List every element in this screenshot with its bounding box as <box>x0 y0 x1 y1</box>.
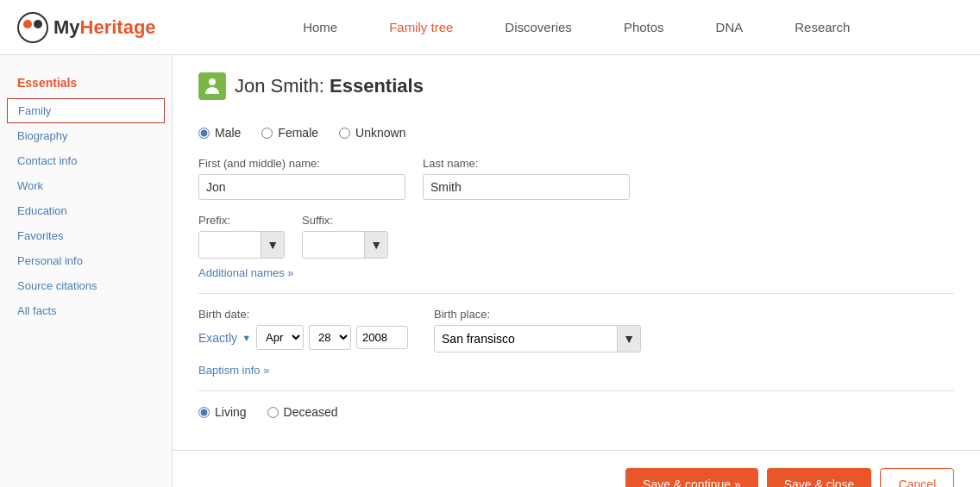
baptism-link[interactable]: Baptism info » <box>198 364 269 377</box>
living-radio[interactable] <box>198 407 210 418</box>
additional-names-row: Additional names » <box>198 265 954 279</box>
birth-place-wrapper[interactable]: ▼ <box>434 325 641 353</box>
content: Jon Smith: Essentials Male Female Unknow… <box>173 55 980 450</box>
sidebar-item-favorites[interactable]: Favorites <box>0 223 172 248</box>
cancel-button[interactable]: Cancel <box>880 468 954 487</box>
prefix-select-wrapper[interactable]: ▼ <box>198 231 285 259</box>
nav-research[interactable]: Research <box>795 16 850 38</box>
birth-place-group: Birth place: ▼ <box>434 308 641 353</box>
first-name-label: First (and middle) name: <box>198 157 405 170</box>
exactly-text[interactable]: Exactly <box>198 331 237 345</box>
nav-dna[interactable]: DNA <box>716 16 744 38</box>
date-fields: Exactly ▼ Apr 28 <box>198 325 408 350</box>
sidebar-item-personal-info[interactable]: Personal info <box>0 248 172 273</box>
sidebar-item-biography[interactable]: Biography <box>0 123 172 148</box>
gender-female-text: Female <box>278 126 318 140</box>
sidebar-item-all-facts[interactable]: All facts <box>0 298 172 323</box>
additional-names-link[interactable]: Additional names » <box>198 266 294 279</box>
birth-place-input[interactable] <box>435 327 617 351</box>
gender-unknown-text: Unknown <box>355 126 405 140</box>
name-row: First (and middle) name: Last name: <box>198 157 954 200</box>
sidebar: Essentials Family Biography Contact info… <box>0 55 173 487</box>
svg-point-3 <box>209 78 216 85</box>
baptism-row: Baptism info » <box>198 363 954 377</box>
sidebar-item-work[interactable]: Work <box>0 173 172 198</box>
birth-place-arrow[interactable]: ▼ <box>617 326 640 352</box>
first-name-input[interactable] <box>198 174 405 200</box>
suffix-input[interactable] <box>303 233 364 257</box>
nav-discoveries[interactable]: Discoveries <box>505 16 572 38</box>
living-text: Living <box>215 405 247 419</box>
suffix-select-wrapper[interactable]: ▼ <box>302 231 388 259</box>
save-close-button[interactable]: Save & close <box>767 468 872 487</box>
sidebar-item-education[interactable]: Education <box>0 198 172 223</box>
logo-icon <box>17 12 48 43</box>
birth-year-input[interactable] <box>356 326 408 349</box>
exactly-arrow[interactable]: ▼ <box>242 333 251 343</box>
button-row: Save & continue » Save & close Cancel <box>173 450 980 487</box>
svg-point-0 <box>18 13 47 42</box>
birth-date-group: Birth date: Exactly ▼ Apr 28 <box>198 308 408 350</box>
birth-month-select[interactable]: Apr <box>256 325 304 350</box>
birth-date-label: Birth date: <box>198 308 408 321</box>
gender-male-radio[interactable] <box>198 128 210 139</box>
content-wrapper: Jon Smith: Essentials Male Female Unknow… <box>173 55 980 487</box>
prefix-arrow[interactable]: ▼ <box>261 232 284 258</box>
birth-row: Birth date: Exactly ▼ Apr 28 <box>198 308 954 353</box>
status-row: Living Deceased <box>198 405 954 419</box>
main-layout: Essentials Family Biography Contact info… <box>0 55 980 487</box>
page-header: Jon Smith: Essentials <box>198 72 954 109</box>
gender-female-radio[interactable] <box>261 128 273 139</box>
last-name-input[interactable] <box>423 174 630 200</box>
svg-point-2 <box>34 20 42 28</box>
gender-male-text: Male <box>215 126 241 140</box>
header: MyHeritage Home Family tree Discoveries … <box>0 0 980 55</box>
nav-home[interactable]: Home <box>303 16 337 38</box>
last-name-group: Last name: <box>423 157 630 200</box>
birth-place-label: Birth place: <box>434 308 641 321</box>
suffix-label: Suffix: <box>302 214 388 227</box>
living-label[interactable]: Living <box>198 405 247 419</box>
gender-row: Male Female Unknown <box>198 126 954 140</box>
sidebar-title: Essentials <box>0 72 172 98</box>
exactly-select[interactable]: Exactly ▼ <box>198 331 251 345</box>
prefix-group: Prefix: ▼ <box>198 214 285 259</box>
svg-point-1 <box>23 20 32 28</box>
gender-female-label[interactable]: Female <box>261 126 318 140</box>
prefix-label: Prefix: <box>198 214 285 227</box>
gender-unknown-label[interactable]: Unknown <box>339 126 405 140</box>
main-nav: Home Family tree Discoveries Photos DNA … <box>191 16 963 38</box>
deceased-text: Deceased <box>284 405 338 419</box>
birth-day-select[interactable]: 28 <box>309 325 351 350</box>
nav-family-tree[interactable]: Family tree <box>389 16 453 38</box>
deceased-radio[interactable] <box>267 407 279 418</box>
page-title-suffix: Essentials <box>330 75 424 97</box>
suffix-group: Suffix: ▼ <box>302 214 388 259</box>
gender-male-label[interactable]: Male <box>198 126 241 140</box>
save-continue-button[interactable]: Save & continue » <box>625 468 758 487</box>
divider-1 <box>198 293 954 294</box>
last-name-label: Last name: <box>423 157 630 170</box>
suffix-arrow[interactable]: ▼ <box>364 232 387 258</box>
page-title-prefix: Jon Smith: <box>235 75 330 97</box>
divider-2 <box>198 390 954 391</box>
sidebar-item-family[interactable]: Family <box>7 98 165 123</box>
prefix-suffix-row: Prefix: ▼ Suffix: ▼ <box>198 214 954 259</box>
first-name-group: First (and middle) name: <box>198 157 405 200</box>
logo[interactable]: MyHeritage <box>17 12 156 43</box>
person-icon <box>198 72 226 100</box>
prefix-input[interactable] <box>199 233 261 257</box>
sidebar-item-contact-info[interactable]: Contact info <box>0 148 172 173</box>
sidebar-item-source-citations[interactable]: Source citations <box>0 273 172 298</box>
gender-unknown-radio[interactable] <box>339 128 350 139</box>
nav-photos[interactable]: Photos <box>624 16 664 38</box>
logo-text: MyHeritage <box>53 16 156 39</box>
page-title: Jon Smith: Essentials <box>235 75 424 97</box>
deceased-label[interactable]: Deceased <box>267 405 338 419</box>
